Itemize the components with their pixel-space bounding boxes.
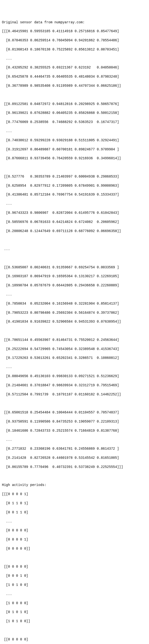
blank xyxy=(2,256,147,261)
data-row: [0 0 0 0 0] xyxy=(2,528,147,533)
data-row: [0.2141428 0.82726528 0.44601978 0.53145… xyxy=(2,456,147,460)
data-row: [0.20806248 0.12447649 0.69711128 0.6877… xyxy=(2,229,147,234)
data-row: [0.6258954 0.82977912 0.17209805 0.67849… xyxy=(2,184,147,188)
data-row: [0 0 0 0 0]] xyxy=(2,546,147,551)
ellipsis: ... xyxy=(2,438,147,442)
data-row: [[0.78651144 0.45563907 0.81464731 0.755… xyxy=(2,338,147,342)
data-row: [0.16903187 0.86947919 0.16595364 0.1313… xyxy=(2,274,147,279)
data-row: [0.79053223 0.80798486 0.25692304 0.5616… xyxy=(2,310,147,315)
section-header: Original sensor data from numpyarray.com… xyxy=(2,20,147,25)
blank xyxy=(2,328,147,333)
data-row: [0.25222694 0.54729965 0.74543054 0.3238… xyxy=(2,347,147,352)
data-row: [0.58556976 0.06781633 0.64214824 0.6724… xyxy=(2,220,147,224)
data-row: [0.96139021 0.07628882 0.06405235 0.8582… xyxy=(2,111,147,115)
data-row: [0.01368143 0.18670138 0.75225892 0.8561… xyxy=(2,47,147,52)
data-row: [[0.65061518 0.25454484 0.10046444 0.011… xyxy=(2,410,147,415)
data-row: [0.87666811 0.93739456 0.76420559 0.9216… xyxy=(2,156,147,161)
ellipsis: ... xyxy=(2,519,147,524)
data-row: [1 0 0 0 0] xyxy=(2,601,147,606)
data-row: [[[0 0 0 0 1] xyxy=(2,492,147,496)
data-row: [[0.527776 0.30353789 0.21403997 0.60004… xyxy=(2,174,147,179)
ellipsis: ... xyxy=(2,592,147,596)
blank xyxy=(2,165,147,170)
data-row: [0.18461686 0.72843733 0.25215574 0.7166… xyxy=(2,428,147,433)
data-row: [[0 0 0 0 0] xyxy=(2,637,147,642)
data-row: [0.65425878 0.44464735 0.66405535 0.4814… xyxy=(2,74,147,79)
ellipsis: ... xyxy=(2,365,147,370)
data-row: [[[0.46415901 0.59553185 0.41114918 0.25… xyxy=(2,29,147,34)
data-row: [[0.09122581 0.04872972 0.94812816 0.202… xyxy=(2,102,147,106)
blank xyxy=(2,93,147,97)
data-row: [1 0 1 0 0]] xyxy=(2,619,147,624)
blank xyxy=(2,628,147,633)
data-row: [0 1 0 1 0] xyxy=(2,610,147,614)
data-row: [0.57112504 0.7991739 0.18791187 0.01160… xyxy=(2,392,147,397)
ellipsis: ... xyxy=(2,202,147,206)
blank xyxy=(2,238,147,242)
blank xyxy=(2,556,147,560)
data-row: [0.86155789 0.7770496 0.40732391 0.53738… xyxy=(2,465,147,469)
data-row: [0.2771832 0.23368196 0.63641781 0.24556… xyxy=(2,446,147,451)
data-row: [0.93750591 0.11990586 0.84735253 0.1905… xyxy=(2,420,147,424)
data-row: [1 0 1 0 0] xyxy=(2,583,147,587)
data-row: [0.41901034 0.91639822 0.52906584 0.9453… xyxy=(2,320,147,324)
data-row: [0.7850034 0.05232004 0.16156948 0.32281… xyxy=(2,302,147,306)
data-row: [0.31912697 0.86489887 0.60700181 0.8982… xyxy=(2,147,147,152)
data-row: [0.43205292 0.38255525 0.69221367 0.6231… xyxy=(2,65,147,70)
blank xyxy=(2,401,147,406)
data-row: [0 1 1 0 1] xyxy=(2,501,147,506)
data-row: [0.41386481 0.85712184 0.76967754 0.5419… xyxy=(2,192,147,197)
data-row: [0.36778989 0.98535408 0.91195989 0.4470… xyxy=(2,84,147,88)
data-row: [0.21484661 0.37618847 0.98639934 0.3231… xyxy=(2,383,147,388)
ellipsis: ... xyxy=(2,129,147,134)
ellipsis: ... xyxy=(2,292,147,297)
data-row: [[0 0 0 0 0] xyxy=(2,564,147,569)
data-row: [[0.53685007 0.00240631 0.91359667 0.692… xyxy=(2,265,147,270)
data-row: [0 0 1 1 0] xyxy=(2,510,147,515)
data-row: [0.17229263 0.53613261 0.65202341 0.3286… xyxy=(2,356,147,360)
section-header: High activity periods: xyxy=(2,483,147,488)
data-row: [0.10990784 0.05787679 0.66442805 0.2943… xyxy=(2,283,147,288)
ellipsis: ... xyxy=(2,56,147,61)
data-row: [0.77476069 0.2538556 0.74688292 0.53635… xyxy=(2,120,147,124)
data-row: [0 0 0 0 1] xyxy=(2,537,147,542)
data-row: [0 0 0 1 0] xyxy=(2,574,147,578)
outer-ellipsis: ... xyxy=(2,247,147,252)
data-row: [0.08049656 0.45136103 0.99830133 0.0927… xyxy=(2,374,147,378)
data-row: [0.74038612 0.59299228 0.93029188 0.5151… xyxy=(2,138,147,143)
data-row: [0.07846353 0.86259514 0.76045094 0.9420… xyxy=(2,38,147,43)
blank xyxy=(2,474,147,478)
data-row: [0.96743323 0.9806907 0.82872004 0.61495… xyxy=(2,211,147,215)
